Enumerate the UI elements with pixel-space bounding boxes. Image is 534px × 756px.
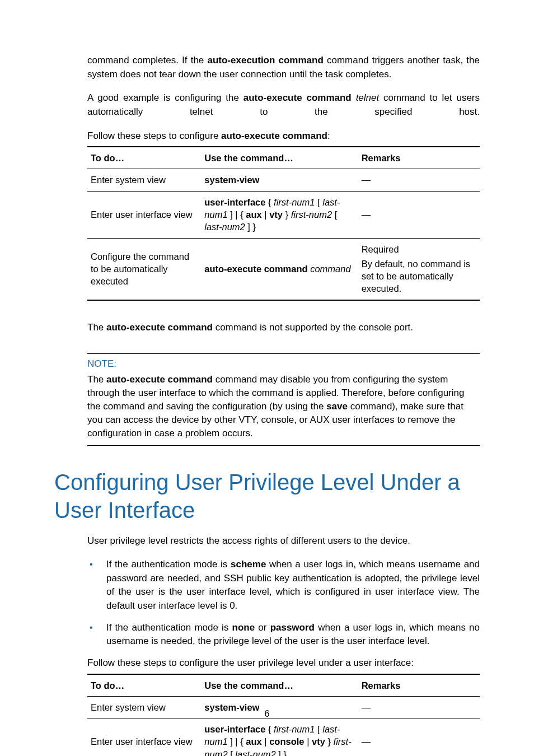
cmd-name: auto-execute command xyxy=(221,130,327,141)
arg: last-num2 xyxy=(235,749,275,756)
intro-para-2: A good example is configuring the auto-e… xyxy=(87,91,480,119)
kw: vty xyxy=(269,209,283,220)
cmd-name: auto-execution command xyxy=(207,55,323,66)
t: } xyxy=(283,209,291,220)
cell-todo: Enter user interface view xyxy=(87,718,201,756)
cell-remarks: Required By default, no command is set t… xyxy=(358,238,480,300)
list-item: If the authentication mode is scheme whe… xyxy=(87,558,480,613)
list-item: If the authentication mode is none or pa… xyxy=(87,621,480,648)
cmd-arg: telnet xyxy=(356,92,380,103)
t: { xyxy=(265,724,274,734)
cmd: auto-execute command xyxy=(204,264,307,274)
arg: first-num1 xyxy=(274,724,315,734)
t: [ xyxy=(228,749,236,756)
cell-command: user-interface { first-num1 [ last-num1 … xyxy=(201,191,358,238)
t: ] } xyxy=(276,749,287,756)
console-not-supported: The auto-execute command command is not … xyxy=(87,321,480,335)
page-number: 6 xyxy=(0,707,534,720)
arg: first-num2 xyxy=(291,209,332,220)
t: ] | { xyxy=(228,736,246,746)
col-todo: To do… xyxy=(87,674,201,697)
text: If the authentication mode is xyxy=(106,559,231,570)
cmd-name: save xyxy=(326,401,348,412)
kw: scheme xyxy=(231,559,266,570)
cmd: user-interface xyxy=(204,724,265,734)
t: } xyxy=(325,736,334,746)
cell-remarks: — xyxy=(358,191,480,238)
bullet-list: If the authentication mode is scheme whe… xyxy=(87,558,480,648)
cell-command: system-view xyxy=(201,169,358,191)
t: ] } xyxy=(245,222,256,232)
text: command is not supported by the console … xyxy=(213,322,413,333)
cell-command: auto-execute command command xyxy=(201,238,358,300)
text: or xyxy=(255,622,270,633)
col-command: Use the command… xyxy=(201,674,358,697)
col-todo: To do… xyxy=(87,147,201,169)
kw: none xyxy=(232,622,255,633)
table-row: Enter user interface view user-interface… xyxy=(87,191,480,238)
remark-line: Required xyxy=(362,243,476,255)
follow-steps-2: Follow these steps to configure the user… xyxy=(87,656,480,670)
kw: password xyxy=(270,622,315,633)
t: ] | { xyxy=(228,209,246,220)
text: Follow these steps to configure xyxy=(87,130,221,141)
t: | xyxy=(305,736,312,746)
cmd-name: auto-execute command xyxy=(106,374,213,385)
table-row: Configure the command to be automaticall… xyxy=(87,238,480,300)
note-heading: NOTE: xyxy=(87,354,480,373)
remark-line: By default, no command is set to be auto… xyxy=(362,258,476,295)
kw: aux xyxy=(246,209,261,220)
col-remarks: Remarks xyxy=(358,147,480,169)
cmd-name: auto-execute command xyxy=(243,92,352,103)
t: | xyxy=(262,736,269,746)
cell-remarks: — xyxy=(358,169,480,191)
arg: command xyxy=(310,264,350,274)
note-body: The auto-execute command command may dis… xyxy=(87,373,480,445)
intro-follow-steps: Follow these steps to configure auto-exe… xyxy=(87,129,480,143)
t: [ xyxy=(332,209,337,220)
section-title: Configuring User Privilege Level Under a… xyxy=(54,468,480,524)
text: command completes. If the xyxy=(87,55,207,66)
kw: vty xyxy=(312,736,325,746)
text: A good example is configuring the xyxy=(87,92,243,103)
text: The xyxy=(87,374,106,385)
cell-todo: Enter system view xyxy=(87,169,201,191)
cell-todo: Configure the command to be automaticall… xyxy=(87,238,201,300)
text: If the authentication mode is xyxy=(106,622,232,633)
cell-command: user-interface { first-num1 [ last-num1 … xyxy=(201,718,358,756)
text: The xyxy=(87,322,106,333)
cmd: user-interface xyxy=(204,197,265,207)
text xyxy=(352,92,356,103)
t: [ xyxy=(315,197,322,207)
kw: aux xyxy=(246,736,261,746)
intro-para-1: command completes. If the auto-execution… xyxy=(87,54,480,81)
t: { xyxy=(265,197,274,207)
table-header-row: To do… Use the command… Remarks xyxy=(87,674,480,697)
cell-todo: Enter user interface view xyxy=(87,191,201,238)
arg: first-num1 xyxy=(274,197,315,207)
text: : xyxy=(327,130,330,141)
cmd: system-view xyxy=(204,175,259,185)
kw: console xyxy=(269,736,304,746)
table-row: Enter system view system-view — xyxy=(87,169,480,191)
cell-remarks: — xyxy=(358,718,480,756)
table-header-row: To do… Use the command… Remarks xyxy=(87,147,480,169)
table-row: Enter user interface view user-interface… xyxy=(87,718,480,756)
section-lead: User privilege level restricts the acces… xyxy=(87,534,480,548)
note-box: NOTE: The auto-execute command command m… xyxy=(87,353,480,445)
col-remarks: Remarks xyxy=(358,674,480,697)
cmd-name: auto-execute command xyxy=(106,322,213,333)
auto-execute-config-table: To do… Use the command… Remarks Enter sy… xyxy=(87,146,480,300)
arg: last-num2 xyxy=(204,222,245,232)
t: | xyxy=(262,209,269,220)
col-command: Use the command… xyxy=(201,147,358,169)
t: [ xyxy=(315,724,322,734)
